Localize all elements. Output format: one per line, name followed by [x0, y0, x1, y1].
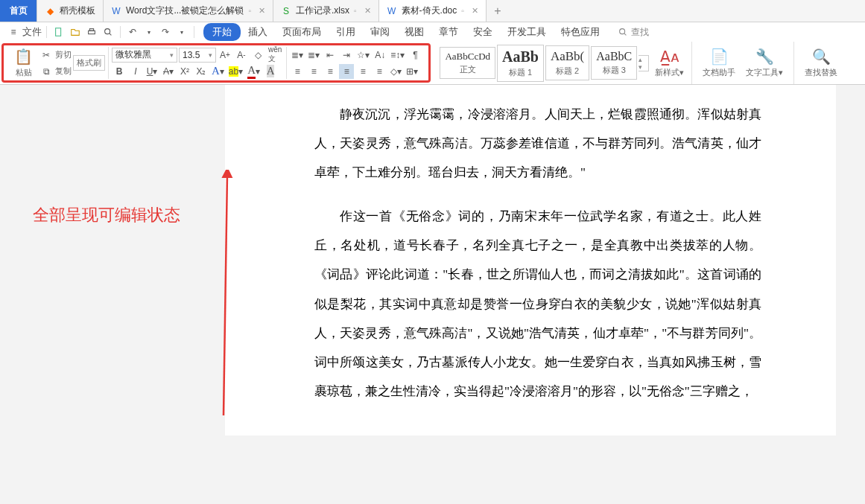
highlight-button[interactable]: ab▾ [227, 64, 244, 79]
grow-font-button[interactable]: A+ [218, 48, 232, 63]
underline-button[interactable]: U▾ [145, 64, 159, 79]
excel-icon: S [281, 6, 291, 16]
styles-more-button[interactable]: ▴▾ [639, 55, 649, 71]
char-scale-button[interactable]: ☆▾ [355, 48, 371, 63]
font-name-select[interactable]: 微软雅黑▾ [112, 48, 177, 63]
tab-label: 稻壳模板 [60, 4, 95, 17]
indent-button[interactable]: ⇥ [339, 48, 354, 63]
chevron-down-icon: ▾ [209, 51, 212, 59]
dist-horiz-button[interactable]: ≡ [355, 64, 370, 79]
tools-group: 📄 文档助手 🔧 文字工具▾ [692, 42, 794, 84]
search-placeholder: 查找 [631, 26, 649, 39]
align-right-button[interactable]: ≡ [323, 64, 338, 79]
style-heading3[interactable]: AaBbC 标题 3 [591, 46, 637, 80]
menu-view[interactable]: 视图 [397, 22, 431, 42]
tab-docer[interactable]: ◆ 稻壳模板 [37, 0, 104, 22]
tab-add[interactable]: + [487, 0, 509, 22]
char-shading-button[interactable]: A [263, 64, 278, 79]
superscript-button[interactable]: X² [177, 64, 192, 79]
new-style-button[interactable]: A̲ᴀ 新样式▾ [650, 46, 688, 80]
numbering-button[interactable]: ≣▾ [306, 48, 321, 63]
annotation-text: 全部呈现可编辑状态 [33, 204, 180, 226]
menu-layout[interactable]: 页面布局 [275, 22, 329, 42]
font-size-select[interactable]: 13.5▾ [179, 48, 216, 63]
word-icon: W [387, 6, 397, 16]
chevron-down-icon[interactable]: ▾ [174, 25, 189, 39]
text-effects-button[interactable]: A▾ [210, 64, 226, 79]
menu-special[interactable]: 特色应用 [554, 22, 607, 42]
dist-vert-button[interactable]: ≡ [372, 64, 387, 79]
menu-dev[interactable]: 开发工具 [500, 22, 554, 42]
wrench-icon: 🔧 [755, 48, 774, 66]
close-icon[interactable]: ✕ [259, 6, 265, 16]
format-brush-button[interactable]: 格式刷 [73, 55, 105, 71]
align-left-button[interactable]: ≡ [290, 64, 305, 79]
shading-button[interactable]: ◇▾ [388, 64, 403, 79]
paste-button[interactable]: 📋 粘贴 [10, 46, 37, 80]
new-style-icon: A̲ᴀ [660, 48, 679, 66]
undo-icon[interactable]: ↶ [125, 25, 140, 39]
line-spacing-button[interactable]: ≡↕▾ [389, 48, 406, 63]
chevron-down-icon[interactable]: ▾ [142, 25, 156, 39]
font-color-button[interactable]: A▾ [246, 64, 262, 79]
quick-access-bar: ≡ 文件 ↶ ▾ ↷ ▾ 开始 插入 页面布局 引用 审阅 视图 章节 安全 开… [0, 22, 865, 42]
print-icon[interactable] [84, 25, 99, 39]
redo-icon[interactable]: ↷ [158, 25, 173, 39]
menu-review[interactable]: 审阅 [363, 22, 397, 42]
menu-insert[interactable]: 插入 [241, 22, 275, 42]
menu-security[interactable]: 安全 [466, 22, 500, 42]
file-menu[interactable]: 文件 [22, 25, 42, 39]
style-heading1[interactable]: AaBb 标题 1 [497, 45, 544, 82]
borders-button[interactable]: ⊞▾ [405, 64, 419, 79]
show-marks-button[interactable]: ¶ [408, 48, 422, 63]
italic-button[interactable]: I [128, 64, 143, 79]
minimize-icon[interactable]: ▫ [354, 7, 357, 15]
close-icon[interactable]: ✕ [364, 6, 371, 16]
align-justify-button[interactable]: ≡ [339, 64, 354, 79]
strikethrough-button[interactable]: A▾ [161, 64, 176, 79]
tab-home[interactable]: 首页 [0, 0, 37, 22]
minimize-icon[interactable]: ▫ [461, 7, 464, 15]
new-icon[interactable] [51, 25, 66, 39]
outdent-button[interactable]: ⇤ [323, 48, 338, 63]
tab-bar: 首页 ◆ 稻壳模板 W Word文字技...被锁定怎么解锁 ▫ ✕ S 工作记录… [0, 0, 865, 22]
minimize-icon[interactable]: ▫ [248, 7, 251, 15]
tab-label: Word文字技...被锁定怎么解锁 [126, 4, 244, 17]
docer-icon: ◆ [45, 6, 55, 16]
svg-rect-0 [56, 28, 61, 36]
style-normal[interactable]: AaBbCcDd 正文 [440, 47, 495, 79]
tab-doc-active[interactable]: W 素材-倚天.doc ▫ ✕ [379, 0, 487, 22]
text-tool-button[interactable]: 🔧 文字工具▾ [741, 46, 788, 80]
find-replace-button[interactable]: 🔍 查找替换 [800, 46, 842, 80]
menu-ref[interactable]: 引用 [329, 22, 363, 42]
preview-icon[interactable] [101, 25, 115, 39]
menu-chapter[interactable]: 章节 [431, 22, 466, 42]
font-group: 微软雅黑▾ 13.5▾ A+ A- ◇ wěn文 B I U▾ A▾ X² X₂… [109, 47, 287, 79]
phonetic-button[interactable]: wěn文 [267, 48, 283, 63]
shrink-font-button[interactable]: A- [234, 48, 249, 63]
tab-word-locked[interactable]: W Word文字技...被锁定怎么解锁 ▫ ✕ [104, 0, 273, 22]
bullets-button[interactable]: ≣▾ [290, 48, 305, 63]
svg-rect-1 [89, 31, 95, 34]
tab-xlsx[interactable]: S 工作记录.xlsx ▫ ✕ [273, 0, 379, 22]
paste-icon: 📋 [14, 48, 33, 66]
bold-button[interactable]: B [112, 64, 127, 79]
align-center-button[interactable]: ≡ [306, 64, 321, 79]
doc-helper-button[interactable]: 📄 文档助手 [698, 46, 740, 80]
sort-button[interactable]: A↓ [373, 48, 387, 63]
copy-button[interactable]: ⧉ [39, 64, 54, 79]
menu-start[interactable]: 开始 [203, 23, 241, 41]
paragraph: 静夜沉沉，浮光霭霭，冷浸溶溶月。人间天上，烂银霞照通彻。浑似姑射真人，天姿灵秀，… [314, 100, 761, 187]
search-box[interactable]: 查找 [618, 26, 649, 39]
tab-label: 工作记录.xlsx [296, 4, 349, 17]
clear-format-button[interactable]: ◇ [250, 48, 265, 63]
ribbon-highlighted-area: 📋 粘贴 ✂ 剪切 ⧉ 复制 格式刷 微软雅黑▾ [1, 43, 431, 83]
close-icon[interactable]: ✕ [472, 6, 478, 16]
menu-bar: 开始 插入 页面布局 引用 审阅 视图 章节 安全 开发工具 特色应用 [203, 22, 607, 42]
subscript-button[interactable]: X₂ [194, 64, 209, 79]
page[interactable]: 静夜沉沉，浮光霭霭，冷浸溶溶月。人间天上，烂银霞照通彻。浑似姑射真人，天姿灵秀，… [225, 85, 836, 436]
cut-button[interactable]: ✂ [39, 48, 54, 63]
open-icon[interactable] [68, 25, 83, 39]
app-menu-icon[interactable]: ≡ [6, 25, 21, 39]
style-heading2[interactable]: AaBb( 标题 2 [545, 45, 589, 80]
